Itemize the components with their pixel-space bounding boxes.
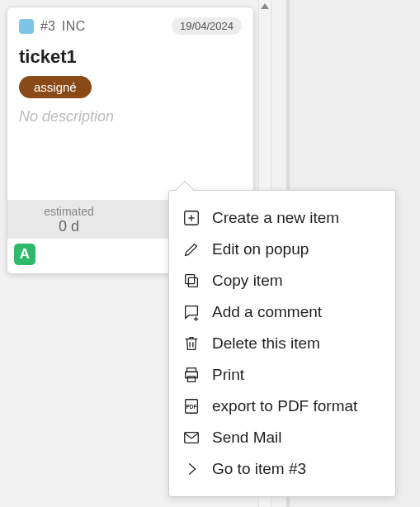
- menu-create-new-item[interactable]: Create a new item: [177, 202, 387, 234]
- menu-item-label: Edit on popup: [212, 240, 309, 258]
- menu-print[interactable]: Print: [177, 359, 387, 391]
- card-header: #3 INC 19/04/2024: [19, 17, 242, 35]
- comment-add-icon: [182, 303, 201, 321]
- trash-icon: [182, 334, 201, 353]
- plus-square-icon: [182, 209, 201, 227]
- menu-copy-item[interactable]: Copy item: [177, 265, 387, 296]
- menu-item-label: Print: [212, 366, 244, 384]
- menu-edit-on-popup[interactable]: Edit on popup: [177, 234, 387, 265]
- ticket-type-chip: [19, 19, 34, 34]
- assignee-badge[interactable]: A: [14, 244, 35, 265]
- scroll-up-icon[interactable]: [261, 3, 269, 9]
- menu-delete-item[interactable]: Delete this item: [177, 328, 387, 359]
- ticket-date: 19/04/2024: [172, 17, 242, 35]
- menu-item-label: Copy item: [212, 272, 283, 290]
- menu-item-label: export to PDF format: [212, 397, 357, 415]
- svg-rect-9: [187, 368, 196, 372]
- pdf-icon: PDF: [182, 397, 201, 415]
- svg-rect-11: [187, 377, 195, 381]
- menu-export-pdf[interactable]: PDF export to PDF format: [177, 391, 387, 422]
- menu-go-to-item[interactable]: Go to item #3: [177, 453, 387, 485]
- ticket-type: INC: [62, 19, 86, 34]
- menu-item-label: Add a comment: [212, 303, 322, 321]
- menu-add-comment[interactable]: Add a comment: [177, 296, 387, 328]
- arrow-right-icon: [182, 460, 201, 478]
- estimated-cell: estimated 0 d: [7, 200, 130, 239]
- menu-item-label: Delete this item: [212, 334, 320, 353]
- ticket-id: #3: [40, 19, 55, 34]
- svg-rect-3: [188, 277, 197, 287]
- pencil-icon: [182, 240, 201, 258]
- svg-rect-14: [185, 433, 199, 443]
- menu-item-label: Go to item #3: [212, 460, 306, 478]
- context-menu: Create a new item Edit on popup Copy ite…: [168, 190, 396, 497]
- menu-send-mail[interactable]: Send Mail: [177, 422, 387, 453]
- envelope-icon: [182, 429, 201, 447]
- svg-text:PDF: PDF: [186, 404, 197, 410]
- menu-item-label: Create a new item: [212, 209, 339, 227]
- estimated-label: estimated: [7, 205, 130, 218]
- copy-icon: [182, 272, 201, 290]
- ticket-title: ticket1: [19, 46, 242, 68]
- ticket-description: No description: [19, 108, 242, 126]
- status-badge: assigné: [19, 76, 92, 98]
- menu-item-label: Send Mail: [212, 429, 282, 447]
- svg-rect-4: [186, 275, 195, 284]
- estimated-value: 0 d: [7, 218, 130, 235]
- printer-icon: [182, 366, 201, 384]
